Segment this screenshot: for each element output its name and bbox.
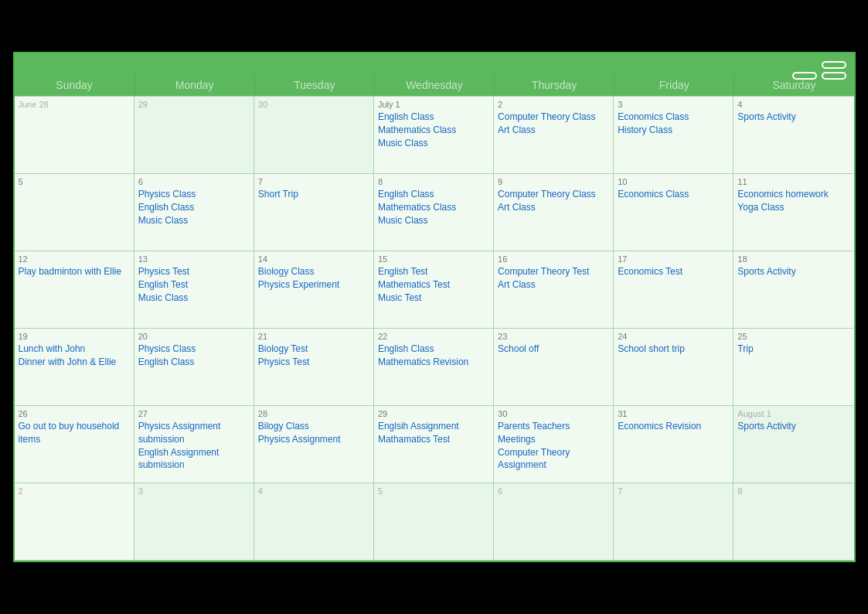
- event: Yoga Class: [737, 201, 849, 214]
- event: Art Class: [498, 124, 609, 137]
- event: Mathematics Test: [378, 278, 489, 292]
- cell-date: 3: [138, 486, 250, 496]
- calendar-cell: 4Sports Activity: [734, 97, 853, 174]
- cell-date: 11: [737, 177, 849, 186]
- cell-date: July 1: [378, 100, 489, 109]
- event: Economics Revision: [618, 420, 729, 433]
- cell-date: 29: [138, 100, 250, 109]
- cell-date: 29: [378, 409, 489, 418]
- cell-date: 16: [498, 254, 609, 264]
- calendar-cell: 30: [254, 97, 374, 174]
- calendar-cell: 6: [494, 483, 614, 561]
- cell-date: 8: [378, 177, 489, 186]
- event: Englsih Assignment: [378, 420, 489, 433]
- event: Art Class: [498, 278, 609, 292]
- cell-date: June 28: [19, 100, 130, 109]
- event: Economics Test: [618, 265, 729, 278]
- cell-date: 8: [737, 486, 849, 496]
- cell-date: 5: [19, 177, 130, 186]
- calendar-header: [15, 53, 854, 74]
- event: Biology Test: [258, 343, 369, 356]
- calendar-cell: 8: [734, 483, 853, 561]
- calendar-cell: 25Trip: [734, 329, 853, 406]
- cell-date: 18: [737, 254, 849, 264]
- calendar-title: [22, 61, 846, 70]
- cell-date: 27: [138, 409, 250, 418]
- header-buttons: [792, 61, 846, 80]
- cell-date: 3: [618, 100, 729, 109]
- calendar-cell: 4: [254, 483, 374, 561]
- calendar-cell: 3: [134, 483, 254, 561]
- next-month-button[interactable]: [822, 72, 846, 80]
- event: Play badminton with Ellie: [19, 265, 130, 278]
- calendar-cell: 11Economics homeworkYoga Class: [734, 174, 853, 251]
- calendar-cell: 22English ClassMathematics Revision: [374, 329, 494, 406]
- event: English Class: [378, 343, 489, 356]
- calendar-cell: 3Economics ClassHistory Class: [614, 97, 734, 174]
- event: English Test: [378, 265, 489, 278]
- event: Sports Activity: [737, 111, 849, 124]
- prev-month-button[interactable]: [792, 72, 817, 80]
- calendar-cell: 29: [134, 97, 254, 174]
- calendar-wrapper: SundayMondayTuesdayWednesdayThursdayFrid…: [13, 52, 856, 562]
- cell-date: 14: [258, 254, 369, 264]
- event: Art Class: [498, 201, 609, 214]
- day-header-monday: Monday: [134, 74, 254, 96]
- event: Computer Theory Class: [498, 188, 609, 201]
- calendar-cell: 17Economics Test: [614, 251, 734, 329]
- cell-date: 9: [498, 177, 609, 186]
- cell-date: 4: [258, 486, 369, 496]
- day-header-tuesday: Tuesday: [254, 74, 374, 96]
- event: Economics Class: [618, 111, 729, 124]
- event: Mathematics Revision: [378, 356, 489, 369]
- calendar-cell: 5: [374, 483, 494, 561]
- cell-date: 28: [258, 409, 369, 418]
- today-button[interactable]: [822, 61, 846, 69]
- cell-date: August 1: [737, 409, 849, 418]
- event: Trip: [737, 343, 849, 356]
- cell-date: 31: [618, 409, 729, 418]
- calendar-cell: 31Economics Revision: [614, 406, 734, 483]
- calendar-cell: 20Physics ClassEnglish Class: [134, 329, 254, 406]
- day-header-wednesday: Wednesday: [374, 74, 494, 96]
- event: Biology Class: [258, 265, 369, 278]
- event: Go out to buy household items: [19, 420, 130, 446]
- event: Economics Class: [618, 188, 729, 201]
- calendar-cell: 13Physics TestEnglish TestMusic Class: [134, 251, 254, 329]
- cell-date: 19: [19, 332, 130, 341]
- calendar-cell: 27Physics Assignment submissionEnglish A…: [134, 406, 254, 483]
- event: Music Class: [378, 137, 489, 150]
- day-headers: SundayMondayTuesdayWednesdayThursdayFrid…: [15, 74, 854, 96]
- cell-date: 10: [618, 177, 729, 186]
- cell-date: 30: [498, 409, 609, 418]
- event: Sports Activity: [737, 420, 849, 433]
- event: Physics Assignment: [258, 433, 369, 446]
- cell-date: 25: [737, 332, 849, 341]
- cell-date: 20: [138, 332, 250, 341]
- cell-date: 7: [618, 486, 729, 496]
- calendar-cell: 12Play badminton with Ellie: [15, 251, 134, 329]
- event: School off: [498, 343, 609, 356]
- calendar-cell: 15English TestMathematics TestMusic Test: [374, 251, 494, 329]
- cell-date: 23: [498, 332, 609, 341]
- calendar-cell: 2: [15, 483, 134, 561]
- event: Physics Test: [258, 356, 369, 369]
- cell-date: 4: [737, 100, 849, 109]
- calendar-cell: 29Englsih AssignmentMathamatics Test: [374, 406, 494, 483]
- calendar-cell: 23School off: [494, 329, 614, 406]
- event: History Class: [618, 124, 729, 137]
- event: English Class: [138, 356, 250, 369]
- event: Bilogy Class: [258, 420, 369, 433]
- cell-date: 5: [378, 486, 489, 496]
- calendar-cell: 24School short trip: [614, 329, 734, 406]
- event: Mathematics Class: [378, 201, 489, 214]
- event: Physics Class: [138, 188, 250, 201]
- calendar-cell: 2Computer Theory ClassArt Class: [494, 97, 614, 174]
- cell-date: 13: [138, 254, 250, 264]
- event: Computer Theory Test: [498, 265, 609, 278]
- event: Music Class: [378, 214, 489, 227]
- calendar-cell: 10Economics Class: [614, 174, 734, 251]
- event: Music Class: [138, 292, 250, 305]
- cell-date: 2: [19, 486, 130, 496]
- event: Dinner with John & Ellie: [19, 356, 130, 369]
